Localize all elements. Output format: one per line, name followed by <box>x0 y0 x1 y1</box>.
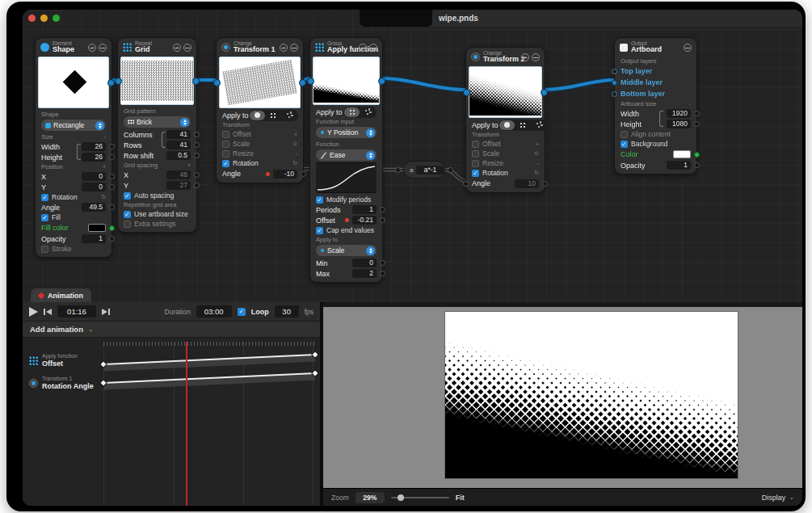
enable-icon[interactable]: ✓ <box>521 53 529 61</box>
node-grid[interactable]: RepeatGrid ✓⋯ Grid pattern Brick Columns… <box>117 37 197 233</box>
duration-field[interactable]: 03:00 <box>196 305 232 317</box>
align-content-checkbox[interactable] <box>621 131 628 138</box>
spacing-x-port[interactable] <box>194 172 200 178</box>
artboard-opacity-field[interactable]: 1 <box>667 161 691 170</box>
current-time-field[interactable]: 01:16 <box>57 305 96 317</box>
offset-field[interactable]: -0.21 <box>352 216 377 225</box>
use-artboard-size-checkbox[interactable]: ✓ <box>124 211 131 218</box>
stepper-icon[interactable] <box>366 128 375 137</box>
periods-port[interactable] <box>380 207 385 212</box>
scale-checkbox[interactable] <box>472 150 479 158</box>
opacity-port[interactable] <box>694 162 700 168</box>
height-field[interactable]: 26 <box>82 153 106 162</box>
animation-tab[interactable]: Animation <box>31 288 91 302</box>
apply-scatter-icon[interactable] <box>282 111 297 120</box>
auto-spacing-checkbox[interactable]: ✓ <box>124 192 131 200</box>
max-field[interactable]: 2 <box>352 269 377 278</box>
height-port[interactable] <box>109 154 115 160</box>
shape-output-port[interactable] <box>107 79 115 86</box>
stepper-icon[interactable] <box>366 151 375 160</box>
columns-port[interactable] <box>194 132 200 137</box>
cap-end-values-checkbox[interactable]: ✓ <box>316 227 323 234</box>
expression-field[interactable]: a*-1 <box>416 166 444 175</box>
node-shape[interactable]: ElementShape ✓⋯ Shape Rectangle Size▫ Wi… <box>35 37 112 258</box>
columns-field[interactable]: 41 <box>166 130 191 139</box>
more-icon[interactable]: ⋯ <box>369 44 377 52</box>
y-field[interactable]: 0 <box>82 183 106 191</box>
x-field[interactable]: 0 <box>82 172 106 181</box>
apply-element-icon[interactable] <box>250 111 265 120</box>
row-shift-field[interactable]: 0.5 <box>166 151 191 160</box>
rows-port[interactable] <box>194 142 200 148</box>
max-port[interactable] <box>380 271 385 276</box>
stepper-icon[interactable] <box>95 121 104 130</box>
transform1-input-port[interactable] <box>213 79 221 86</box>
bottom-layer-port[interactable] <box>612 91 617 97</box>
applyfn-output-port[interactable] <box>378 78 385 85</box>
more-icon[interactable]: ⋯ <box>290 44 298 52</box>
transform2-input-port[interactable] <box>463 89 470 96</box>
offset-checkbox[interactable] <box>472 141 479 148</box>
spacing-y-port[interactable] <box>194 183 200 188</box>
enable-icon[interactable]: ✓ <box>173 44 181 52</box>
width-port[interactable] <box>109 144 115 149</box>
opacity-field[interactable]: 1 <box>82 234 106 243</box>
expression-input-port[interactable] <box>395 167 401 173</box>
background-checkbox[interactable]: ✓ <box>621 141 628 148</box>
row-shift-port[interactable] <box>194 153 200 158</box>
apply-to-segmented[interactable] <box>499 120 548 131</box>
grid-input-port[interactable] <box>115 78 122 85</box>
angle-field[interactable]: -10 <box>273 170 297 179</box>
function-input-dropdown[interactable]: Y Position <box>316 127 377 138</box>
traffic-minimize-button[interactable] <box>40 15 48 22</box>
apply-to-dropdown[interactable]: Scale <box>316 245 377 256</box>
apply-grid-icon[interactable] <box>515 120 531 130</box>
opacity-port[interactable] <box>109 236 115 242</box>
more-icon[interactable]: ⋯ <box>99 44 107 52</box>
angle-field[interactable]: 10 <box>515 179 539 188</box>
extra-settings-checkbox[interactable] <box>124 221 131 228</box>
scale-checkbox[interactable] <box>222 141 229 148</box>
add-animation-button[interactable]: Add animation ⌄ <box>23 322 320 338</box>
spacing-y-field[interactable]: 27 <box>166 181 191 190</box>
zoom-value-field[interactable]: 29% <box>356 492 385 503</box>
color-port[interactable] <box>694 152 700 158</box>
angle-output-port[interactable] <box>301 171 306 177</box>
apply-scatter-icon[interactable] <box>360 107 376 117</box>
angle-field[interactable]: 49.5 <box>82 203 106 212</box>
stepper-icon[interactable] <box>180 118 189 127</box>
fill-color-swatch[interactable] <box>88 224 106 232</box>
offset-port[interactable] <box>380 217 385 223</box>
apply-to-segmented[interactable] <box>249 110 298 121</box>
node-shape-header[interactable]: ElementShape ✓⋯ <box>36 38 111 56</box>
traffic-close-button[interactable] <box>28 15 36 22</box>
rotation-checkbox[interactable]: ✓ <box>472 170 479 177</box>
apply-element-icon[interactable] <box>499 120 515 130</box>
resize-checkbox[interactable] <box>472 160 479 167</box>
fps-field[interactable]: 30 <box>275 305 299 317</box>
spacing-x-field[interactable]: 48 <box>166 170 191 179</box>
artboard-width-field[interactable]: 1920 <box>667 109 691 118</box>
node-applyfn-header[interactable]: GroupApply function ✓⋯ <box>310 38 382 56</box>
stepper-icon[interactable] <box>366 246 375 255</box>
angle-port[interactable] <box>109 204 115 210</box>
apply-scatter-icon[interactable] <box>532 120 547 130</box>
angle-output-port[interactable] <box>542 181 548 187</box>
x-port[interactable] <box>109 174 115 179</box>
offset-checkbox[interactable] <box>222 131 229 138</box>
stroke-checkbox[interactable] <box>41 246 48 253</box>
rotation-checkbox[interactable]: ✓ <box>41 194 48 201</box>
height-port[interactable] <box>694 121 700 127</box>
node-transform2-header[interactable]: ChangeTransform 2 ✓⋯ <box>466 48 545 65</box>
node-grid-header[interactable]: RepeatGrid ✓⋯ <box>118 38 196 56</box>
enable-icon[interactable]: ✓ <box>359 44 367 52</box>
y-port[interactable] <box>109 184 115 190</box>
enable-icon[interactable]: ✓ <box>88 44 96 52</box>
skip-start-button[interactable] <box>44 309 52 315</box>
expression-output-port[interactable] <box>448 167 453 173</box>
apply-to-segmented[interactable] <box>343 107 377 118</box>
apply-grid-icon[interactable] <box>344 107 360 117</box>
fill-checkbox[interactable]: ✓ <box>41 214 48 221</box>
rows-field[interactable]: 41 <box>166 141 191 149</box>
node-artboard[interactable]: OutputArtboard ⋯ Output layers Top layer… <box>614 37 697 175</box>
